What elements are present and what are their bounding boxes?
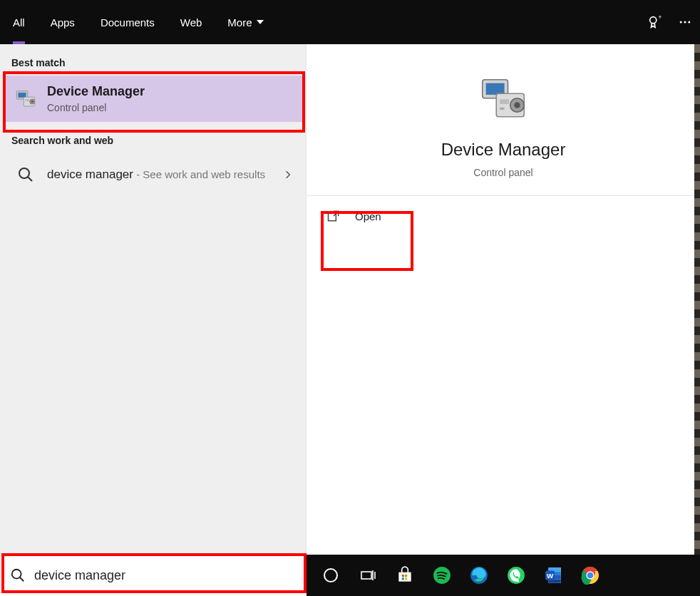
taskbar-store[interactable]: [386, 555, 423, 596]
chevron-down-icon: [257, 20, 264, 24]
svg-point-17: [514, 102, 520, 108]
result-detail-panel: Device Manager Control panel Open: [307, 44, 700, 555]
search-box[interactable]: [0, 555, 307, 596]
svg-rect-19: [500, 108, 505, 110]
chevron-right-icon: [283, 170, 293, 180]
svg-point-22: [12, 570, 21, 579]
open-action[interactable]: Open: [307, 196, 700, 236]
result-title: Device Manager: [47, 84, 293, 99]
tab-web[interactable]: Web: [168, 0, 215, 44]
svg-point-11: [19, 168, 29, 178]
search-icon: [10, 567, 26, 583]
search-tabs: All Apps Documents Web More +: [0, 0, 700, 44]
work-web-header: Search work and web: [0, 122, 306, 153]
svg-line-12: [28, 177, 32, 181]
spotify-icon: [433, 566, 451, 585]
bottom-bar: W: [0, 555, 700, 596]
taskbar: W: [307, 555, 700, 596]
whatsapp-icon: [507, 566, 525, 585]
result-subtitle: Control panel: [47, 102, 293, 113]
detail-title: Device Manager: [321, 140, 686, 160]
best-match-result[interactable]: Device Manager Control panel: [3, 76, 303, 122]
best-match-header: Best match: [0, 44, 306, 76]
window-edge-strip: [694, 44, 700, 555]
svg-line-23: [20, 577, 24, 582]
store-icon: [396, 566, 414, 585]
cortana-icon: [322, 567, 339, 584]
more-options-button[interactable]: [670, 0, 700, 44]
tab-web-label: Web: [180, 16, 202, 29]
rewards-icon: +: [647, 14, 663, 30]
detail-subtitle: Control panel: [321, 167, 686, 178]
tab-more[interactable]: More: [215, 0, 276, 44]
task-view-icon: [359, 567, 376, 584]
ellipsis-icon: [678, 15, 692, 29]
device-manager-icon: [13, 86, 38, 112]
taskbar-spotify[interactable]: [423, 555, 460, 596]
svg-rect-10: [25, 99, 29, 101]
web-search-result[interactable]: device manager - See work and web result…: [3, 153, 303, 196]
search-icon: [13, 162, 38, 187]
svg-rect-28: [402, 575, 404, 577]
search-results-panel: Best match Device Manager Control panel …: [0, 44, 307, 555]
taskbar-edge[interactable]: [460, 555, 498, 596]
web-result-query: device manager: [47, 168, 133, 181]
rewards-icon-button[interactable]: +: [640, 0, 670, 44]
edge-icon: [470, 566, 488, 585]
open-icon: [326, 209, 342, 223]
device-manager-large-icon: [475, 73, 531, 128]
svg-rect-31: [405, 577, 407, 580]
svg-rect-25: [361, 572, 371, 579]
svg-text:+: +: [659, 14, 662, 21]
chrome-icon: [581, 566, 599, 585]
tab-all[interactable]: All: [0, 0, 38, 44]
svg-text:W: W: [547, 572, 554, 580]
tab-documents-label: Documents: [101, 16, 155, 29]
svg-point-2: [680, 21, 682, 24]
taskbar-cortana[interactable]: [312, 555, 349, 596]
svg-point-44: [587, 572, 594, 579]
detail-header: Device Manager Control panel: [307, 44, 700, 196]
open-action-label: Open: [355, 210, 381, 222]
svg-point-3: [684, 21, 686, 24]
svg-point-0: [650, 17, 657, 24]
search-input[interactable]: [34, 568, 297, 583]
tab-apps[interactable]: Apps: [38, 0, 88, 44]
taskbar-chrome[interactable]: [572, 555, 609, 596]
svg-rect-30: [402, 577, 404, 580]
tab-documents[interactable]: Documents: [88, 0, 168, 44]
web-result-suffix: - See work and web results: [133, 168, 265, 180]
svg-rect-18: [500, 99, 509, 104]
svg-point-9: [31, 100, 34, 102]
tab-more-label: More: [227, 16, 252, 29]
svg-rect-29: [405, 575, 407, 577]
tab-apps-label: Apps: [51, 16, 75, 29]
taskbar-whatsapp[interactable]: [498, 555, 535, 596]
tab-all-label: All: [13, 16, 25, 29]
svg-point-24: [324, 569, 337, 582]
svg-point-4: [688, 21, 690, 24]
word-icon: W: [544, 566, 562, 585]
taskbar-word[interactable]: W: [535, 555, 572, 596]
taskbar-task-view[interactable]: [349, 555, 386, 596]
